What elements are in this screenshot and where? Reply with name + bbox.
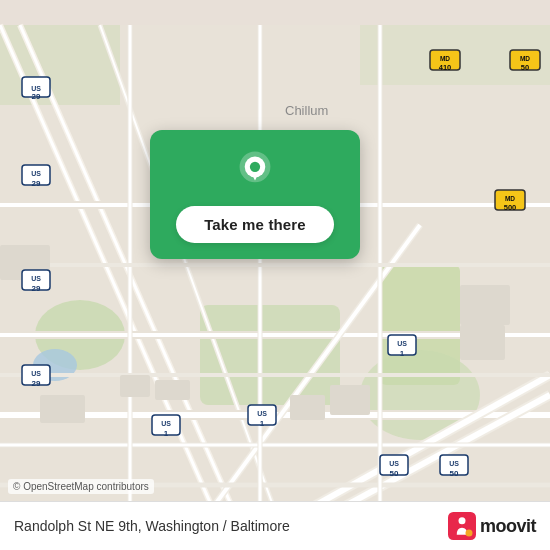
svg-text:500: 500 [504, 203, 517, 212]
svg-text:410: 410 [439, 63, 452, 72]
svg-point-86 [458, 517, 465, 524]
svg-text:MD: MD [505, 195, 515, 202]
svg-text:1: 1 [400, 349, 405, 358]
svg-point-87 [465, 530, 472, 537]
svg-text:50: 50 [390, 469, 399, 478]
svg-text:US: US [389, 460, 399, 467]
bottom-bar: Randolph St NE 9th, Washington / Baltimo… [0, 501, 550, 550]
svg-text:US: US [449, 460, 459, 467]
copyright-text: © OpenStreetMap contributors [8, 479, 154, 494]
svg-text:1: 1 [164, 429, 169, 438]
svg-text:US: US [31, 275, 41, 282]
svg-rect-41 [40, 395, 85, 423]
svg-text:US: US [31, 370, 41, 377]
svg-point-84 [250, 162, 260, 172]
svg-text:29: 29 [32, 284, 41, 293]
svg-text:50: 50 [450, 469, 459, 478]
svg-text:US: US [31, 85, 41, 92]
svg-rect-37 [290, 395, 325, 420]
svg-text:50: 50 [521, 63, 529, 72]
svg-rect-40 [155, 380, 190, 400]
pin-icon [231, 148, 279, 196]
location-card: Take me there [150, 130, 360, 259]
moovit-logo: moovit [448, 512, 536, 540]
svg-text:Chillum: Chillum [285, 103, 328, 118]
svg-text:US: US [161, 420, 171, 427]
svg-text:US: US [257, 410, 267, 417]
svg-rect-43 [460, 285, 510, 325]
svg-text:1: 1 [260, 419, 265, 428]
svg-text:MD: MD [440, 55, 450, 62]
svg-text:US: US [31, 170, 41, 177]
svg-text:29: 29 [32, 92, 41, 101]
svg-text:MD: MD [520, 55, 530, 62]
map-container: Chillum US 29 US 29 US 29 US 29 MD 410 M… [0, 0, 550, 550]
svg-rect-44 [460, 325, 505, 360]
moovit-logo-text: moovit [480, 516, 536, 537]
map-background: Chillum US 29 US 29 US 29 US 29 MD 410 M… [0, 0, 550, 550]
svg-rect-85 [448, 512, 476, 540]
location-label: Randolph St NE 9th, Washington / Baltimo… [14, 518, 438, 534]
take-me-there-button[interactable]: Take me there [176, 206, 334, 243]
svg-rect-39 [120, 375, 150, 397]
svg-text:29: 29 [32, 179, 41, 188]
svg-rect-38 [330, 385, 370, 415]
svg-text:29: 29 [32, 379, 41, 388]
moovit-logo-icon [448, 512, 476, 540]
svg-text:US: US [397, 340, 407, 347]
